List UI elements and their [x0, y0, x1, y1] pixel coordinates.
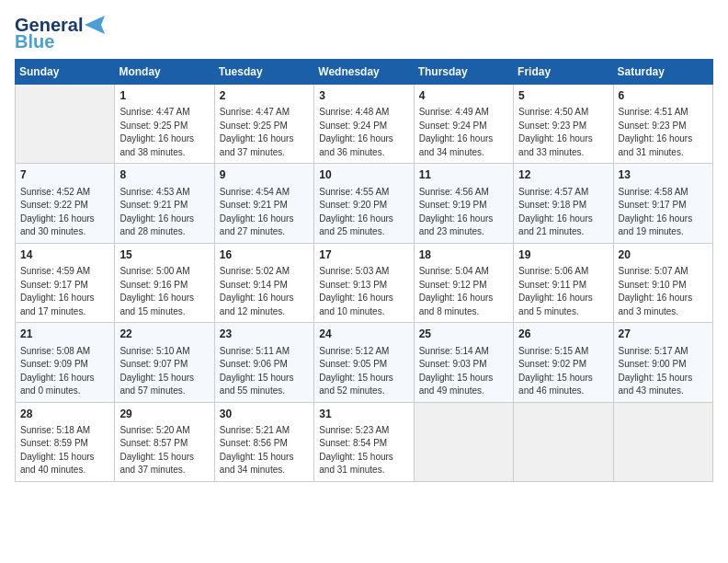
calendar-cell: 11Sunrise: 4:56 AMSunset: 9:19 PMDayligh… — [414, 164, 513, 243]
day-header-monday: Monday — [115, 60, 214, 85]
day-header-friday: Friday — [514, 60, 613, 85]
calendar-cell: 10Sunrise: 4:55 AMSunset: 9:20 PMDayligh… — [314, 164, 414, 243]
calendar-cell: 8Sunrise: 4:53 AMSunset: 9:21 PMDaylight… — [115, 164, 214, 243]
cell-info: Sunrise: 5:18 AMSunset: 8:59 PMDaylight:… — [20, 424, 109, 477]
day-number: 1 — [119, 88, 209, 104]
day-number: 31 — [319, 407, 408, 422]
day-header-wednesday: Wednesday — [314, 60, 414, 85]
cell-info: Sunrise: 5:20 AMSunset: 8:57 PMDaylight:… — [119, 424, 209, 477]
calendar-week-row: 1Sunrise: 4:47 AMSunset: 9:25 PMDaylight… — [16, 85, 713, 164]
calendar-week-row: 28Sunrise: 5:18 AMSunset: 8:59 PMDayligh… — [16, 402, 713, 481]
day-number: 13 — [619, 167, 708, 183]
calendar-cell: 30Sunrise: 5:21 AMSunset: 8:56 PMDayligh… — [214, 402, 313, 481]
day-number: 8 — [119, 167, 209, 183]
calendar-cell: 7Sunrise: 4:52 AMSunset: 9:22 PMDaylight… — [16, 164, 115, 243]
day-number: 15 — [119, 247, 209, 263]
day-number: 12 — [518, 167, 608, 183]
day-number: 24 — [319, 327, 408, 342]
day-header-thursday: Thursday — [414, 60, 513, 85]
cell-info: Sunrise: 5:02 AMSunset: 9:14 PMDaylight:… — [220, 265, 309, 318]
calendar-cell: 1Sunrise: 4:47 AMSunset: 9:25 PMDaylight… — [115, 85, 214, 164]
calendar-cell: 18Sunrise: 5:04 AMSunset: 9:12 PMDayligh… — [414, 243, 513, 322]
calendar-cell: 16Sunrise: 5:02 AMSunset: 9:14 PMDayligh… — [214, 243, 313, 322]
calendar-cell — [613, 402, 712, 481]
calendar-cell: 17Sunrise: 5:03 AMSunset: 9:13 PMDayligh… — [314, 243, 414, 322]
calendar-cell: 3Sunrise: 4:48 AMSunset: 9:24 PMDaylight… — [314, 85, 414, 164]
cell-info: Sunrise: 5:15 AMSunset: 9:02 PMDaylight:… — [518, 345, 608, 398]
cell-info: Sunrise: 4:55 AMSunset: 9:20 PMDaylight:… — [319, 186, 408, 239]
day-number: 27 — [619, 327, 708, 342]
calendar-week-row: 14Sunrise: 4:59 AMSunset: 9:17 PMDayligh… — [16, 243, 713, 322]
page-header: General Blue — [15, 15, 713, 52]
day-header-tuesday: Tuesday — [214, 60, 313, 85]
day-number: 17 — [319, 247, 408, 263]
calendar-cell: 20Sunrise: 5:07 AMSunset: 9:10 PMDayligh… — [613, 243, 712, 322]
svg-marker-0 — [85, 16, 105, 34]
calendar-cell: 5Sunrise: 4:50 AMSunset: 9:23 PMDaylight… — [514, 85, 613, 164]
calendar-cell — [414, 402, 513, 481]
cell-info: Sunrise: 4:49 AMSunset: 9:24 PMDaylight:… — [419, 106, 508, 159]
day-number: 18 — [419, 247, 508, 263]
day-number: 29 — [119, 407, 209, 422]
calendar-cell: 21Sunrise: 5:08 AMSunset: 9:09 PMDayligh… — [16, 323, 115, 402]
calendar-cell: 9Sunrise: 4:54 AMSunset: 9:21 PMDaylight… — [214, 164, 313, 243]
cell-info: Sunrise: 4:54 AMSunset: 9:21 PMDaylight:… — [220, 186, 309, 239]
calendar-cell: 6Sunrise: 4:51 AMSunset: 9:23 PMDaylight… — [613, 85, 712, 164]
calendar-cell: 26Sunrise: 5:15 AMSunset: 9:02 PMDayligh… — [514, 323, 613, 402]
day-number: 9 — [220, 167, 309, 183]
calendar-cell: 31Sunrise: 5:23 AMSunset: 8:54 PMDayligh… — [314, 402, 414, 481]
cell-info: Sunrise: 4:50 AMSunset: 9:23 PMDaylight:… — [518, 106, 608, 159]
day-number: 11 — [419, 167, 508, 183]
day-number: 5 — [518, 88, 608, 104]
calendar-week-row: 21Sunrise: 5:08 AMSunset: 9:09 PMDayligh… — [16, 323, 713, 402]
calendar-week-row: 7Sunrise: 4:52 AMSunset: 9:22 PMDaylight… — [16, 164, 713, 243]
calendar-cell: 14Sunrise: 4:59 AMSunset: 9:17 PMDayligh… — [16, 243, 115, 322]
calendar-cell: 28Sunrise: 5:18 AMSunset: 8:59 PMDayligh… — [16, 402, 115, 481]
day-number: 25 — [419, 327, 508, 342]
calendar-cell: 2Sunrise: 4:47 AMSunset: 9:25 PMDaylight… — [214, 85, 313, 164]
cell-info: Sunrise: 4:47 AMSunset: 9:25 PMDaylight:… — [119, 106, 209, 159]
calendar-cell: 4Sunrise: 4:49 AMSunset: 9:24 PMDaylight… — [414, 85, 513, 164]
cell-info: Sunrise: 4:59 AMSunset: 9:17 PMDaylight:… — [20, 265, 109, 318]
day-number: 26 — [518, 327, 608, 342]
logo-blue: Blue — [15, 31, 54, 52]
day-number: 2 — [220, 88, 309, 104]
cell-info: Sunrise: 5:11 AMSunset: 9:06 PMDaylight:… — [220, 345, 309, 398]
calendar-cell: 29Sunrise: 5:20 AMSunset: 8:57 PMDayligh… — [115, 402, 214, 481]
cell-info: Sunrise: 4:56 AMSunset: 9:19 PMDaylight:… — [419, 186, 508, 239]
cell-info: Sunrise: 5:12 AMSunset: 9:05 PMDaylight:… — [319, 345, 408, 398]
day-number: 7 — [20, 167, 109, 183]
day-header-sunday: Sunday — [16, 60, 115, 85]
cell-info: Sunrise: 4:47 AMSunset: 9:25 PMDaylight:… — [220, 106, 309, 159]
calendar-cell — [514, 402, 613, 481]
day-number: 16 — [220, 247, 309, 263]
cell-info: Sunrise: 5:06 AMSunset: 9:11 PMDaylight:… — [518, 265, 608, 318]
calendar-cell: 13Sunrise: 4:58 AMSunset: 9:17 PMDayligh… — [613, 164, 712, 243]
day-number: 21 — [20, 327, 109, 342]
calendar-body: 1Sunrise: 4:47 AMSunset: 9:25 PMDaylight… — [16, 85, 713, 482]
cell-info: Sunrise: 4:52 AMSunset: 9:22 PMDaylight:… — [20, 186, 109, 239]
day-number: 4 — [419, 88, 508, 104]
calendar-cell: 25Sunrise: 5:14 AMSunset: 9:03 PMDayligh… — [414, 323, 513, 402]
day-number: 6 — [619, 88, 708, 104]
cell-info: Sunrise: 5:07 AMSunset: 9:10 PMDaylight:… — [619, 265, 708, 318]
calendar-cell: 22Sunrise: 5:10 AMSunset: 9:07 PMDayligh… — [115, 323, 214, 402]
day-number: 22 — [119, 327, 209, 342]
day-number: 23 — [220, 327, 309, 342]
cell-info: Sunrise: 5:04 AMSunset: 9:12 PMDaylight:… — [419, 265, 508, 318]
day-header-saturday: Saturday — [613, 60, 712, 85]
day-number: 10 — [319, 167, 408, 183]
cell-info: Sunrise: 5:14 AMSunset: 9:03 PMDaylight:… — [419, 345, 508, 398]
logo-bird-icon — [85, 16, 105, 34]
logo: General Blue — [15, 15, 105, 52]
day-number: 30 — [220, 407, 309, 422]
cell-info: Sunrise: 4:58 AMSunset: 9:17 PMDaylight:… — [619, 186, 708, 239]
cell-info: Sunrise: 4:48 AMSunset: 9:24 PMDaylight:… — [319, 106, 408, 159]
calendar-cell: 27Sunrise: 5:17 AMSunset: 9:00 PMDayligh… — [613, 323, 712, 402]
calendar-cell — [16, 85, 115, 164]
cell-info: Sunrise: 5:21 AMSunset: 8:56 PMDaylight:… — [220, 424, 309, 477]
cell-info: Sunrise: 4:51 AMSunset: 9:23 PMDaylight:… — [619, 106, 708, 159]
calendar-cell: 24Sunrise: 5:12 AMSunset: 9:05 PMDayligh… — [314, 323, 414, 402]
cell-info: Sunrise: 4:53 AMSunset: 9:21 PMDaylight:… — [119, 186, 209, 239]
calendar-cell: 15Sunrise: 5:00 AMSunset: 9:16 PMDayligh… — [115, 243, 214, 322]
